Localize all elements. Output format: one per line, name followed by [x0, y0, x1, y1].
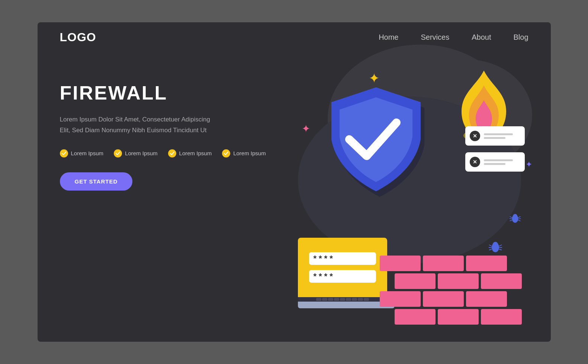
sparkle-icon-3: ✦ [526, 160, 532, 169]
key [340, 298, 345, 301]
error-card-1: ✕ [465, 126, 525, 146]
svg-line-5 [489, 245, 492, 246]
svg-line-19 [518, 219, 521, 219]
feature-4: Lorem Ipsum [222, 149, 266, 157]
get-started-button[interactable]: GET STARTED [60, 172, 133, 191]
brick [438, 309, 479, 325]
brick [423, 291, 464, 307]
feature-check-icon-4 [222, 149, 230, 157]
key [358, 298, 363, 301]
feature-label-3: Lorem Ipsum [179, 150, 212, 156]
feature-label-2: Lorem Ipsum [125, 150, 158, 156]
key [334, 298, 339, 301]
hero-left: FIREWALL Lorem Ipsum Dolor Sit Amet, Con… [60, 82, 268, 191]
brick [438, 273, 479, 289]
hero-description: Lorem Ipsum Dolor Sit Amet, Consectetuer… [60, 114, 268, 136]
brick [380, 291, 421, 307]
feature-label-1: Lorem Ipsum [71, 150, 104, 156]
svg-line-9 [499, 247, 502, 248]
key [316, 298, 321, 301]
key [352, 298, 357, 301]
logo: LOGO [60, 30, 96, 44]
bug-icon-1 [488, 240, 502, 256]
feature-3: Lorem Ipsum [168, 149, 212, 157]
svg-line-10 [499, 249, 502, 250]
brick [481, 273, 522, 289]
error-lines-2 [484, 159, 520, 165]
error-card-2: ✕ [465, 152, 525, 172]
laptop-screen: **** **** [298, 238, 387, 297]
error-lines-1 [484, 133, 520, 139]
brick [395, 273, 436, 289]
password-field-1: **** [309, 252, 376, 265]
hero-illustration: ✦ ✦ ✦ [276, 52, 536, 342]
brick [423, 256, 464, 271]
nav-home[interactable]: Home [379, 33, 398, 42]
feature-check-icon-3 [168, 149, 176, 157]
nav-links: Home Services About Blog [379, 33, 528, 42]
key [322, 298, 327, 301]
laptop-keyboard [298, 297, 387, 302]
navbar: LOGO Home Services About Blog [38, 22, 551, 52]
brick [466, 256, 507, 271]
error-line [484, 159, 513, 161]
shield-icon [324, 82, 428, 201]
feature-label-4: Lorem Ipsum [233, 150, 266, 156]
error-line [484, 163, 506, 165]
feature-2: Lorem Ipsum [114, 149, 158, 157]
hero-title: FIREWALL [60, 82, 268, 104]
svg-line-18 [518, 217, 520, 218]
brick [395, 309, 436, 325]
page-container: LOGO Home Services About Blog FIREWALL L… [38, 22, 551, 342]
svg-line-6 [489, 247, 492, 248]
svg-line-15 [510, 217, 512, 218]
brick-row-4 [380, 309, 506, 325]
brick-row-1 [380, 256, 506, 271]
key [328, 298, 333, 301]
feature-1: Lorem Ipsum [60, 149, 104, 157]
error-x-icon-1: ✕ [470, 131, 480, 141]
sparkle-icon-2: ✦ [302, 123, 310, 135]
brick [466, 291, 507, 307]
nav-blog[interactable]: Blog [513, 33, 528, 42]
feature-check-icon-1 [60, 149, 68, 157]
key [364, 298, 369, 301]
sparkle-icon-1: ✦ [369, 71, 380, 86]
nav-about[interactable]: About [472, 33, 491, 42]
svg-line-17 [510, 220, 512, 221]
brick [481, 309, 522, 325]
error-line [484, 133, 513, 135]
bug-icon-2 [509, 212, 521, 227]
feature-check-icon-2 [114, 149, 122, 157]
brick-row-3 [380, 291, 506, 307]
svg-line-8 [499, 245, 502, 246]
svg-point-2 [493, 242, 498, 247]
brick-row-2 [380, 273, 506, 289]
brick-wall [380, 256, 506, 327]
svg-line-16 [509, 219, 512, 219]
svg-line-20 [518, 220, 520, 221]
keyboard-row [316, 298, 369, 301]
svg-line-7 [489, 249, 492, 250]
key [346, 298, 351, 301]
svg-point-12 [513, 214, 517, 218]
error-x-icon-2: ✕ [470, 157, 480, 167]
features-row: Lorem Ipsum Lorem Ipsum Lorem Ipsum Lore… [60, 149, 268, 157]
nav-services[interactable]: Services [421, 33, 450, 42]
brick [380, 256, 421, 271]
password-field-2: **** [309, 270, 376, 283]
error-line [484, 137, 506, 139]
